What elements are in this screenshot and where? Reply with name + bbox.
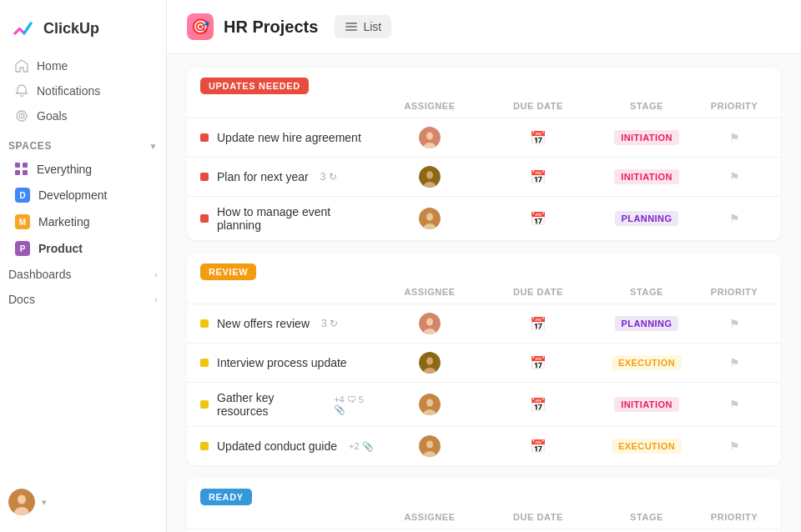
task-dot <box>200 359 209 367</box>
user-avatar-bottom[interactable]: ▾ <box>0 482 166 522</box>
list-view-tab[interactable]: List <box>335 15 391 38</box>
review-table-header: ASSIGNEE DUE DATE STAGE PRIORITY <box>187 280 781 304</box>
priority-cell: ⚑ <box>701 131 768 144</box>
review-section: REVIEW ASSIGNEE DUE DATE STAGE PRIORITY … <box>187 253 781 465</box>
ready-badge: READY <box>200 489 252 505</box>
sidebar-item-everything[interactable]: Everything <box>7 157 159 182</box>
task-dot <box>200 133 209 142</box>
space-marketing-label: Marketing <box>38 215 89 228</box>
sidebar-nav: Home Notifications Goals <box>0 53 166 128</box>
task-dot <box>200 442 209 450</box>
priority-cell: ⚑ <box>701 356 768 369</box>
svg-rect-6 <box>345 23 357 24</box>
dashboards-label: Dashboards <box>8 268 72 281</box>
sidebar-item-notifications[interactable]: Notifications <box>7 78 159 103</box>
task-cell: New offers review 3 ↻ <box>200 317 375 330</box>
space-everything-label: Everything <box>37 163 92 176</box>
calendar-icon: 📅 <box>530 355 547 371</box>
table-row[interactable]: Gather key resources +4 🗨 5 📎 📅 INITIATI… <box>187 382 781 426</box>
sidebar-item-dashboards[interactable]: Dashboards › <box>0 262 166 287</box>
svg-point-13 <box>426 172 433 179</box>
sidebar-item-home[interactable]: Home <box>7 53 159 78</box>
content-area: UPDATES NEEDED ASSIGNEE DUE DATE STAGE P… <box>167 54 801 532</box>
avatar <box>419 394 441 415</box>
col-assignee-1: ASSIGNEE <box>375 287 484 297</box>
col-stage-1: STAGE <box>592 287 701 297</box>
svg-rect-7 <box>345 26 357 28</box>
dashboards-chevron-icon: › <box>154 269 158 279</box>
svg-point-25 <box>426 399 433 407</box>
spaces-chevron-icon: ▼ <box>149 142 159 151</box>
sidebar-item-development[interactable]: D Development <box>7 182 159 208</box>
stage-badge: PLANNING <box>615 211 679 226</box>
assignee-cell <box>375 352 484 374</box>
task-cell: Updated conduct guide +2 📎 <box>200 439 375 453</box>
flag-icon: ⚑ <box>729 439 740 453</box>
col-duedate-0: DUE DATE <box>484 101 592 111</box>
svg-point-4 <box>18 495 26 504</box>
stage-badge: EXECUTION <box>612 355 682 370</box>
sidebar-item-docs[interactable]: Docs › <box>0 287 166 312</box>
development-avatar: D <box>15 188 30 203</box>
stage-badge: INITIATION <box>614 130 679 145</box>
product-avatar: P <box>15 241 30 256</box>
task-meta: +2 📎 <box>349 441 374 452</box>
bell-icon <box>15 84 28 98</box>
calendar-icon: 📅 <box>530 439 547 454</box>
task-dot <box>200 319 209 328</box>
avatar <box>419 435 441 457</box>
svg-point-19 <box>426 319 433 326</box>
ready-section: READY ASSIGNEE DUE DATE STAGE PRIORITY N… <box>187 479 781 532</box>
calendar-icon: 📅 <box>530 169 547 185</box>
date-cell: 📅 <box>484 316 592 332</box>
task-cell: Plan for next year 3 ↻ <box>200 170 375 183</box>
assignee-cell <box>375 127 484 148</box>
priority-cell: ⚑ <box>701 398 768 411</box>
svg-point-2 <box>21 115 23 117</box>
docs-label: Docs <box>8 293 35 306</box>
clickup-logo-icon <box>13 17 37 40</box>
avatar <box>419 127 441 148</box>
svg-rect-8 <box>345 29 357 31</box>
sidebar-item-product[interactable]: P Product <box>7 235 159 262</box>
table-row[interactable]: Update new hire agreement 📅 INITIATION ⚑ <box>187 118 781 157</box>
date-cell: 📅 <box>484 397 592 413</box>
stage-cell: INITIATION <box>592 169 701 184</box>
svg-point-28 <box>426 441 433 449</box>
table-row[interactable]: New offers review 3 ↻ 📅 PLANNING ⚑ <box>187 304 781 343</box>
goals-label: Goals <box>37 109 68 123</box>
logo: ClickUp <box>0 10 166 53</box>
sidebar-item-marketing[interactable]: M Marketing <box>7 208 159 235</box>
main-header: 🎯 HR Projects List <box>167 0 801 54</box>
avatar <box>419 313 441 334</box>
user-avatar-image <box>8 489 35 515</box>
sidebar-item-goals[interactable]: Goals <box>7 103 159 128</box>
task-meta: +4 🗨 5 📎 <box>334 394 375 415</box>
task-dot <box>200 173 209 181</box>
col-priority-0: PRIORITY <box>701 101 768 111</box>
col-duedate-1: DUE DATE <box>484 287 592 297</box>
goals-icon <box>15 109 28 123</box>
flag-icon: ⚑ <box>729 212 740 225</box>
task-cell: Gather key resources +4 🗨 5 📎 <box>200 391 375 418</box>
spaces-list: Everything D Development M Marketing P P… <box>0 157 166 262</box>
date-cell: 📅 <box>484 169 592 185</box>
main-content: 🎯 HR Projects List UPDATES NEEDED ASSIGN… <box>167 0 801 532</box>
table-row[interactable]: How to manage event planning 📅 PLANNING … <box>187 196 781 240</box>
table-row[interactable]: Plan for next year 3 ↻ 📅 INITIATION ⚑ <box>187 157 781 196</box>
table-row[interactable]: Updated conduct guide +2 📎 📅 EXECUTION ⚑ <box>187 426 781 465</box>
calendar-icon: 📅 <box>530 397 547 413</box>
app-name: ClickUp <box>43 20 99 38</box>
stage-badge: INITIATION <box>614 169 679 184</box>
task-cell: Interview process update <box>200 356 375 369</box>
stage-cell: INITIATION <box>592 397 701 412</box>
table-row[interactable]: New contractor agreement 📅 PLANNING ⚑ <box>187 529 781 532</box>
task-name: Interview process update <box>217 356 347 369</box>
marketing-avatar: M <box>15 214 30 229</box>
notifications-label: Notifications <box>37 84 100 98</box>
user-chevron-icon: ▾ <box>42 497 47 508</box>
col-priority-1: PRIORITY <box>701 287 768 297</box>
list-view-label: List <box>363 20 381 33</box>
docs-chevron-icon: › <box>154 294 158 304</box>
table-row[interactable]: Interview process update 📅 EXECUTION ⚑ <box>187 343 781 382</box>
